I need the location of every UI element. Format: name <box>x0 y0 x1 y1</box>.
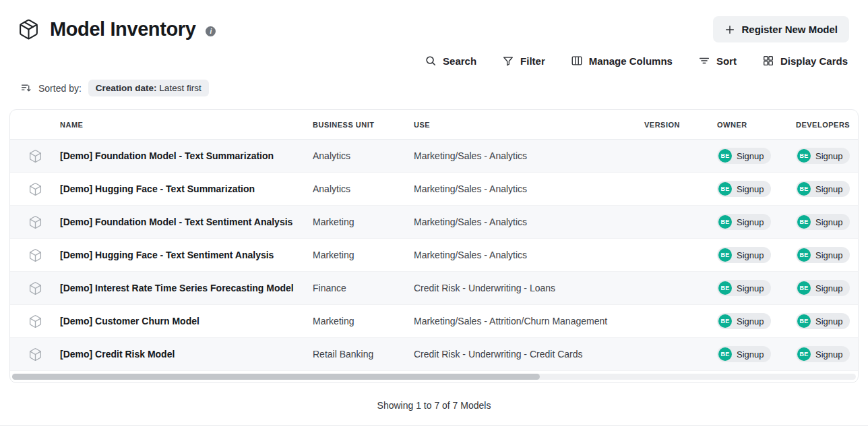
column-header-version: VERSION <box>644 121 717 129</box>
plus-icon <box>724 24 735 35</box>
table-header-row: NAME BUSINESS UNIT USE VERSION OWNER DEV… <box>10 110 858 140</box>
owner-badge[interactable]: BE Signup <box>717 148 771 164</box>
manage-columns-label: Manage Columns <box>589 55 673 67</box>
model-name[interactable]: [Demo] Credit Risk Model <box>60 349 313 360</box>
model-cube-icon <box>10 314 60 328</box>
owner-badge[interactable]: BE Signup <box>717 247 771 263</box>
owner-badge[interactable]: BE Signup <box>717 181 771 197</box>
horizontal-scrollbar-track[interactable] <box>12 374 856 380</box>
sorted-by-icon <box>20 82 32 94</box>
table-row[interactable]: [Demo] Customer Churn Model Marketing Ma… <box>10 305 858 338</box>
table-body: [Demo] Foundation Model - Text Summariza… <box>10 140 858 371</box>
developers-cell: BE Signup <box>796 313 858 329</box>
owner-avatar: BE <box>718 149 732 163</box>
owner-name: Signup <box>737 349 764 360</box>
table-row[interactable]: [Demo] Credit Risk Model Retail Banking … <box>10 338 858 371</box>
developer-name: Signup <box>815 217 842 227</box>
owner-avatar: BE <box>718 215 732 229</box>
owner-cell: BE Signup <box>717 247 796 263</box>
owner-badge[interactable]: BE Signup <box>717 214 771 230</box>
model-cube-icon <box>10 149 60 163</box>
owner-badge[interactable]: BE Signup <box>717 313 771 329</box>
owner-badge[interactable]: BE Signup <box>717 346 771 362</box>
owner-cell: BE Signup <box>717 280 796 296</box>
table-toolbar: Search Filter Manage Columns Sort Displa… <box>0 52 868 69</box>
developers-cell: BE Signup <box>796 247 858 263</box>
page-title: Model Inventory <box>50 18 195 40</box>
model-use: Marketing/Sales - Analytics <box>414 150 644 161</box>
cards-grid-icon <box>762 55 774 67</box>
owner-badge[interactable]: BE Signup <box>717 280 771 296</box>
developers-cell: BE Signup <box>796 214 858 230</box>
model-name[interactable]: [Demo] Foundation Model - Text Summariza… <box>60 150 313 161</box>
model-business-unit: Marketing <box>313 250 414 260</box>
sort-lines-icon <box>698 55 710 67</box>
owner-name: Signup <box>737 184 764 194</box>
developer-badge[interactable]: BE Signup <box>796 313 850 329</box>
owner-name: Signup <box>737 151 764 161</box>
owner-cell: BE Signup <box>717 214 796 230</box>
developer-name: Signup <box>815 316 842 326</box>
model-use: Marketing/Sales - Analytics <box>414 217 644 227</box>
developer-name: Signup <box>815 349 842 360</box>
developer-badge[interactable]: BE Signup <box>796 247 850 263</box>
model-cube-icon <box>10 347 60 362</box>
model-name[interactable]: [Demo] Hugging Face - Text Sentiment Ana… <box>60 250 313 260</box>
model-name[interactable]: [Demo] Hugging Face - Text Summarization <box>60 183 313 194</box>
developer-badge[interactable]: BE Signup <box>796 214 850 230</box>
developers-cell: BE Signup <box>796 148 858 164</box>
models-table: NAME BUSINESS UNIT USE VERSION OWNER DEV… <box>9 109 859 383</box>
table-row[interactable]: [Demo] Foundation Model - Text Summariza… <box>10 140 858 173</box>
model-business-unit: Analytics <box>313 150 414 161</box>
owner-cell: BE Signup <box>717 313 796 329</box>
developer-name: Signup <box>815 250 842 260</box>
developer-badge[interactable]: BE Signup <box>796 181 850 197</box>
developer-avatar: BE <box>797 182 811 196</box>
manage-columns-button[interactable]: Manage Columns <box>571 52 673 69</box>
model-name[interactable]: [Demo] Customer Churn Model <box>60 316 313 326</box>
owner-name: Signup <box>737 250 764 260</box>
model-use: Credit Risk - Underwriting - Loans <box>414 283 644 293</box>
model-name[interactable]: [Demo] Foundation Model - Text Sentiment… <box>60 217 313 227</box>
filter-button[interactable]: Filter <box>502 52 545 69</box>
model-name[interactable]: [Demo] Interest Rate Time Series Forecas… <box>60 283 313 293</box>
pagination-summary: Showing 1 to 7 of 7 Models <box>0 400 868 411</box>
bottom-divider <box>0 425 868 426</box>
sort-key: Creation date: <box>96 83 157 93</box>
columns-table-icon <box>571 55 583 67</box>
owner-avatar: BE <box>718 281 732 295</box>
sort-label: Sort <box>716 55 737 67</box>
model-business-unit: Marketing <box>313 217 414 227</box>
model-business-unit: Retail Banking <box>313 349 414 360</box>
developers-cell: BE Signup <box>796 280 858 296</box>
developer-avatar: BE <box>797 149 811 163</box>
table-row[interactable]: [Demo] Hugging Face - Text Sentiment Ana… <box>10 239 858 272</box>
sort-criteria-badge[interactable]: Creation date: Latest first <box>88 80 209 96</box>
register-new-model-button[interactable]: Register New Model <box>713 16 849 42</box>
table-row[interactable]: [Demo] Interest Rate Time Series Forecas… <box>10 272 858 305</box>
search-icon <box>425 55 437 67</box>
table-row[interactable]: [Demo] Hugging Face - Text Summarization… <box>10 173 858 206</box>
developer-badge[interactable]: BE Signup <box>796 148 850 164</box>
table-row[interactable]: [Demo] Foundation Model - Text Sentiment… <box>10 206 858 239</box>
filter-label: Filter <box>520 55 545 67</box>
model-use: Marketing/Sales - Analytics <box>414 250 644 260</box>
search-label: Search <box>443 55 476 67</box>
column-header-use: USE <box>414 121 644 129</box>
developer-badge[interactable]: BE Signup <box>796 280 850 296</box>
model-cube-icon <box>10 281 60 295</box>
info-icon[interactable]: i <box>206 26 216 36</box>
model-cube-icon <box>10 215 60 229</box>
developer-badge[interactable]: BE Signup <box>796 346 850 362</box>
horizontal-scrollbar-thumb[interactable] <box>12 374 540 380</box>
owner-avatar: BE <box>718 182 732 196</box>
sort-value: Latest first <box>159 83 201 93</box>
owner-avatar: BE <box>718 314 732 328</box>
developer-name: Signup <box>815 151 842 161</box>
model-business-unit: Analytics <box>313 183 414 194</box>
app-logo-cube-icon <box>18 18 40 40</box>
display-cards-button[interactable]: Display Cards <box>762 52 848 69</box>
owner-cell: BE Signup <box>717 148 796 164</box>
search-button[interactable]: Search <box>425 52 476 69</box>
sort-button[interactable]: Sort <box>698 52 737 69</box>
